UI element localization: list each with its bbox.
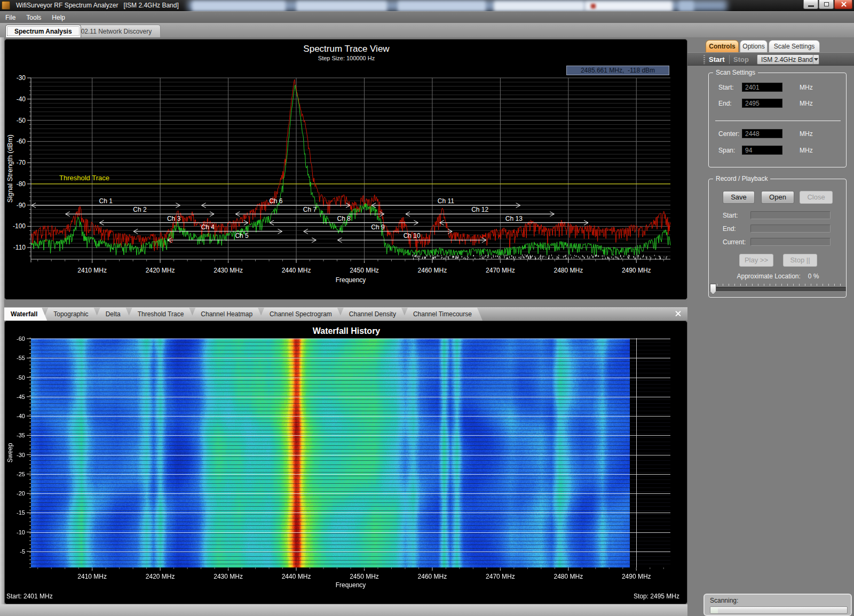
close-recording-button[interactable]: Close: [800, 191, 833, 204]
tab-network-discovery[interactable]: 802.11 Network Discovery: [68, 25, 161, 37]
svg-text:2410 MHz: 2410 MHz: [77, 267, 107, 274]
view-tab-channel-density[interactable]: Channel Density: [338, 308, 407, 321]
toolbar-separator: [729, 55, 730, 64]
approximate-location: Approximate Location:0 %: [709, 273, 847, 280]
close-view-icon[interactable]: [674, 310, 682, 318]
play-button[interactable]: Play >>: [739, 254, 773, 267]
playback-slider-ticks: [711, 284, 845, 286]
save-button[interactable]: Save: [723, 191, 755, 204]
svg-text:-70: -70: [17, 159, 26, 166]
view-tab-topographic[interactable]: Topographic: [43, 308, 99, 321]
svg-text:2450 MHz: 2450 MHz: [350, 267, 379, 274]
browser-tab-favicon-ghost: [591, 4, 596, 9]
record-playback-group: Record / Playback Save Open Close Start:…: [708, 179, 847, 298]
band-select[interactable]: ISM 2.4GHz Band: [757, 54, 819, 65]
menu-file[interactable]: File: [0, 12, 21, 23]
scan-settings-group: Scan Settings Start: MHz End: MHz Center…: [708, 73, 847, 167]
menu-bar: File Tools Help: [0, 11, 854, 23]
scan-settings-legend: Scan Settings: [713, 69, 758, 76]
view-tab-waterfall[interactable]: Waterfall: [4, 308, 47, 321]
svg-text:-45: -45: [17, 394, 25, 400]
menu-tools[interactable]: Tools: [21, 12, 46, 23]
scan-span-input[interactable]: [742, 146, 782, 155]
svg-text:2420 MHz: 2420 MHz: [146, 573, 175, 580]
channel-label: Ch 4: [201, 223, 215, 231]
record-end-field[interactable]: [750, 225, 831, 233]
browser-tab-ghost: [192, 1, 286, 11]
window-title-band: [ISM 2.4GHz Band]: [123, 2, 178, 9]
restore-button[interactable]: [819, 0, 834, 9]
sidebar-tab-options[interactable]: Options: [740, 40, 768, 52]
channel-label: Ch 10: [404, 232, 421, 239]
toolbar-grip: [703, 55, 705, 64]
scan-center-label: Center:: [718, 130, 742, 138]
channel-label: Ch 7: [303, 206, 317, 213]
record-start-field[interactable]: [750, 211, 831, 219]
channel-label: Ch 6: [269, 197, 283, 205]
svg-text:2440 MHz: 2440 MHz: [282, 267, 311, 274]
stop-scan-button[interactable]: Stop: [733, 54, 749, 65]
channel-label: Ch 2: [133, 206, 147, 213]
svg-text:-20: -20: [17, 490, 25, 497]
playback-slider-track[interactable]: [710, 287, 846, 292]
channel-label: Ch 5: [235, 232, 249, 239]
sidebar-tab-controls[interactable]: Controls: [706, 40, 739, 52]
svg-text:2490 MHz: 2490 MHz: [622, 573, 651, 580]
dropdown-arrow-icon: [813, 55, 819, 64]
window-title-text: WifiSurveyor RF Spectrum Analyzer: [16, 2, 118, 9]
tab-spectrum-analysis[interactable]: Spectrum Analysis: [5, 25, 81, 37]
svg-text:2470 MHz: 2470 MHz: [486, 267, 515, 274]
stop-playback-button[interactable]: Stop ||: [783, 254, 817, 267]
channel-label: Ch 8: [337, 215, 351, 222]
channel-label: Ch 12: [471, 206, 488, 213]
view-tab-strip: Waterfall Topographic Delta Threshold Tr…: [4, 307, 687, 321]
record-start-label: Start:: [723, 212, 750, 219]
scanning-status-box: Scanning:: [703, 594, 852, 616]
approximate-location-label: Approximate Location:: [737, 273, 800, 280]
scan-center-input[interactable]: [742, 129, 782, 138]
sc an-span-unit: MHz: [800, 147, 813, 154]
waterfall-heatmap[interactable]: [31, 338, 670, 567]
view-tab-threshold-trace[interactable]: Threshold Trace: [127, 308, 195, 321]
browser-tab-ghost: [494, 1, 584, 11]
svg-text:2490 MHz: 2490 MHz: [622, 267, 651, 274]
view-tab-channel-spectrogram[interactable]: Channel Spectrogram: [259, 308, 343, 321]
restore-icon: [824, 2, 829, 6]
menu-help[interactable]: Help: [46, 12, 70, 23]
scanning-progress-fill: [710, 607, 718, 613]
spectrum-trace-panel: Spectrum Trace View Step Size: 100000 Hz…: [4, 39, 687, 300]
scan-center-unit: MHz: [800, 130, 813, 138]
view-tab-channel-heatmap[interactable]: Channel Heatmap: [190, 308, 263, 321]
scan-span-row: Span: MHz: [718, 146, 813, 155]
svg-text:-30: -30: [17, 74, 26, 82]
start-scan-button[interactable]: Start: [709, 54, 725, 65]
scan-start-unit: MHz: [800, 84, 813, 91]
scan-end-unit: MHz: [800, 100, 813, 107]
window-bottom-edge: [0, 604, 687, 616]
channel-label: Ch 1: [99, 197, 113, 205]
scan-start-input[interactable]: [742, 83, 782, 92]
approximate-location-value: 0 %: [808, 273, 819, 280]
spectrum-ylabel: Signal Strength (dBm): [6, 134, 14, 203]
view-tab-delta[interactable]: Delta: [95, 308, 131, 321]
sidebar-tab-scale-settings[interactable]: Scale Settings: [769, 40, 820, 52]
open-button[interactable]: Open: [761, 191, 794, 204]
minimize-button[interactable]: [803, 0, 818, 9]
view-tab-channel-timecourse[interactable]: Channel Timecourse: [402, 308, 483, 321]
channel-label: Ch 11: [438, 197, 454, 205]
close-button[interactable]: [834, 0, 852, 9]
scan-end-input[interactable]: [742, 99, 782, 108]
playback-slider-thumb[interactable]: [710, 284, 716, 294]
status-start-frequency: Start: 2401 MHz: [6, 593, 53, 600]
svg-text:2420 MHz: 2420 MHz: [146, 267, 175, 274]
spectrum-plot[interactable]: Threshold TraceCh 1Ch 2Ch 3Ch 4Ch 5Ch 6C…: [5, 39, 688, 300]
record-current-field[interactable]: [750, 238, 831, 246]
svg-text:2460 MHz: 2460 MHz: [418, 573, 447, 580]
svg-text:-10: -10: [17, 529, 25, 535]
title-bar: WifiSurveyor RF Spectrum Analyzer [ISM 2…: [0, 0, 854, 11]
scanning-progress-bar: [710, 606, 848, 614]
main-tab-strip: Spectrum Analysis 802.11 Network Discove…: [0, 23, 854, 37]
browser-tab-ghost: [584, 1, 673, 11]
svg-text:-80: -80: [17, 180, 26, 188]
scan-center-row: Center: MHz: [718, 129, 813, 138]
